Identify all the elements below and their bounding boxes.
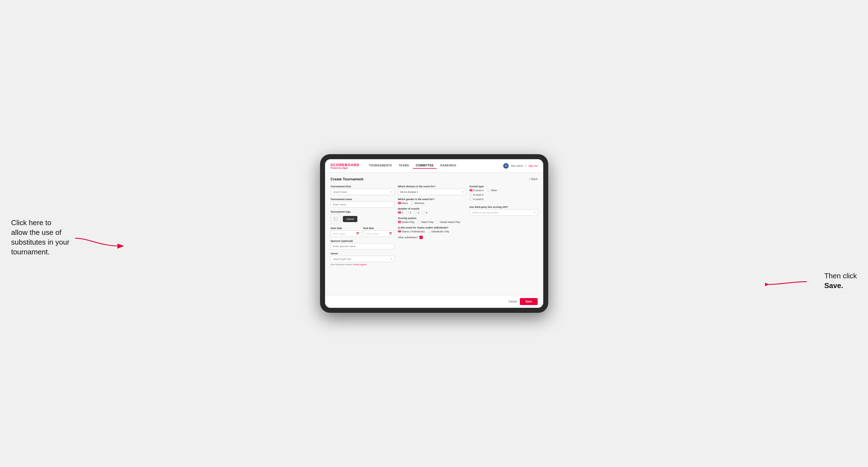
nav-teams[interactable]: TEAMS [396,163,412,169]
scoring-radio-group: Stroke Play Match Play Medal Match Play [398,220,466,223]
start-date-label: Start date [331,227,362,229]
annotation-left: Click here to allow the use of substitut… [11,218,69,257]
tournament-host-input[interactable] [333,191,391,193]
allow-substitutes-checkbox[interactable]: ✓ [420,236,423,239]
content-area: Create Tournament < Back Tournament Host… [325,173,543,295]
tournament-host-input-wrapper[interactable]: ▾ [331,189,395,195]
format-6count5[interactable]: 6 count 5 [469,197,484,201]
format-row-3: 6 count 5 [469,197,538,201]
end-date-input[interactable]: Pick a date 📅 [364,230,395,237]
end-date-label: End date [364,227,395,229]
event-type-radio-group: Teams (+Individuals) Individuals Only [398,230,466,233]
cancel-button[interactable]: Cancel [508,300,517,303]
scoring-field: Scoring system Stroke Play Match Play [398,217,466,223]
rounds-2[interactable]: 2 [406,211,411,214]
nav-bar: SCOREBOARD Powered by clippd TOURNAMENTS… [325,159,543,173]
scoring-stroke-radio[interactable] [398,220,401,223]
format-row-2: 6 count 4 [469,193,538,196]
rounds-2-radio[interactable] [406,211,409,214]
format-6count5-radio[interactable] [469,197,472,201]
format-6count4-radio[interactable] [469,193,472,196]
nav-rankings[interactable]: RANKINGS [438,163,459,169]
format-6count4[interactable]: 6 count 4 [469,193,484,196]
start-date-input[interactable]: Pick a date 📅 [331,230,362,237]
event-individuals[interactable]: Individuals Only [428,230,449,233]
tournament-host-label: Tournament Host [331,185,395,188]
tournament-name-label: Tournament name [331,198,395,201]
tablet-frame: SCOREBOARD Powered by clippd TOURNAMENTS… [320,154,548,313]
back-button[interactable]: < Back [529,178,538,181]
event-teams[interactable]: Teams (+Individuals) [398,230,425,233]
event-teams-radio[interactable] [398,230,401,233]
scoring-medal-match-radio[interactable] [436,220,439,223]
nav-tournaments[interactable]: TOURNAMENTS [366,163,395,169]
rounds-radio-group: 1 2 3 [398,211,466,214]
form-area: Tournament Host ▾ Tournament name [331,185,538,266]
end-date-field: End date Pick a date 📅 [364,227,395,237]
venue-label: Venue [331,252,395,255]
sponsor-field: Sponsor (optional) [331,240,395,249]
rounds-4[interactable]: 4 [422,211,428,214]
format-other[interactable]: Other [487,189,497,192]
save-button[interactable]: Save [520,298,537,305]
division-label: Which division is the event for? [398,185,466,188]
gender-field: Which gender is the event for? Mens Wome… [398,198,466,205]
format-row-1: 5 count 4 Other [469,189,538,192]
rounds-field: Number of rounds 1 2 [398,207,466,214]
format-other-radio[interactable] [487,189,490,192]
format-5count4-radio[interactable] [469,189,472,192]
tournament-name-input-wrapper[interactable] [331,201,395,208]
sign-out-link[interactable]: Sign out [528,164,537,167]
gender-mens-radio[interactable] [398,201,401,205]
gender-womens-radio[interactable] [411,201,414,205]
tournament-logo-field: Tournament logo Upload [331,210,395,224]
rounds-3[interactable]: 3 [414,211,420,214]
gender-mens[interactable]: Mens [398,201,408,205]
tablet-screen: SCOREBOARD Powered by clippd TOURNAMENTS… [325,159,543,308]
event-type-label: Is this event for Teams and/or Individua… [398,226,466,229]
format-5count4[interactable]: 5 count 4 [469,189,484,192]
logo-powered: Powered by clippd [331,167,360,169]
logo-upload-area: Upload [331,214,395,224]
venue-note: Can't find your venue? email support [331,263,395,266]
tournament-logo-label: Tournament logo [331,210,395,213]
division-select-wrapper[interactable]: NCAA Division I ▾ [398,189,466,195]
venue-input-wrapper[interactable]: ▾ [331,256,395,262]
rounds-1[interactable]: 1 [398,211,403,214]
col-middle: Which division is the event for? NCAA Di… [398,185,466,266]
scoring-service-select[interactable]: Select a scoring service ▾ [469,209,538,216]
rounds-label: Number of rounds [398,207,466,210]
col-left: Tournament Host ▾ Tournament name [331,185,395,266]
gender-label: Which gender is the event for? [398,198,466,201]
arrow-right [765,273,810,290]
venue-input[interactable] [333,258,391,260]
rounds-4-radio[interactable] [422,211,425,214]
venue-field: Venue ▾ Can't find your venue? email sup… [331,252,395,266]
col-right: Format type 5 count 4 Other [469,185,538,266]
tournament-name-field: Tournament name [331,198,395,208]
scoring-match-radio[interactable] [417,220,421,223]
event-individuals-radio[interactable] [428,230,431,233]
nav-links: TOURNAMENTS TEAMS COMMITTEE RANKINGS [366,163,503,169]
allow-substitutes-wrapper[interactable]: Allow substitutes? ✓ [398,236,466,239]
tournament-name-input[interactable] [333,203,392,206]
nav-committee[interactable]: COMMITTEE [413,163,437,169]
sponsor-input[interactable] [333,245,392,248]
dates-row: Start date Pick a date 📅 End date Pick a… [331,227,395,237]
nav-right: B blair admin | Sign out [503,163,537,169]
logo: SCOREBOARD Powered by clippd [331,163,360,169]
upload-button[interactable]: Upload [343,216,358,222]
scoring-medal-match[interactable]: Medal Match Play [436,220,460,223]
venue-email-link[interactable]: email support [353,263,367,266]
avatar: B [503,163,509,169]
scoring-match[interactable]: Match Play [417,220,434,223]
format-field: Format type 5 count 4 Other [469,185,538,201]
sponsor-input-wrapper[interactable] [331,243,395,249]
scoring-stroke[interactable]: Stroke Play [398,220,415,223]
rounds-3-radio[interactable] [414,211,417,214]
format-label: Format type [469,185,538,188]
gender-womens[interactable]: Womens [411,201,425,205]
api-field: Use third-party live scoring API? Select… [469,206,538,216]
rounds-1-radio[interactable] [398,211,401,214]
logo-text: SCOREBOARD [331,163,360,167]
